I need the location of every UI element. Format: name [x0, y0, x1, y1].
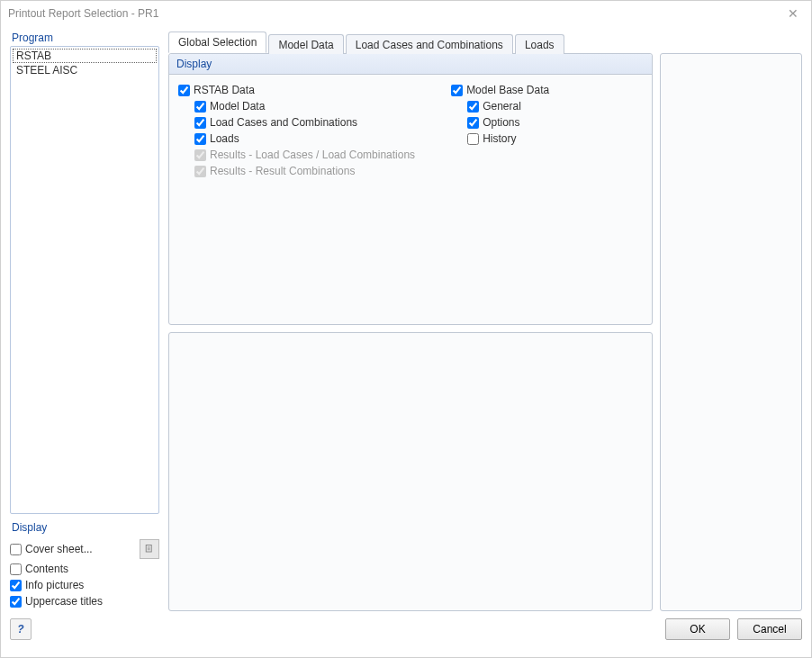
tab-model-data[interactable]: Model Data	[268, 34, 343, 54]
model-data-label: Model Data	[210, 100, 265, 113]
results-lc-checkbox	[194, 149, 206, 161]
uppercase-titles-row: Uppercase titles	[10, 593, 159, 609]
results-lc-label: Results - Load Cases / Load Combinations	[210, 149, 415, 161]
loads-label: Loads	[210, 132, 239, 145]
model-base-data-row: Model Base Data	[451, 82, 549, 98]
lcc-label: Load Cases and Combinations	[210, 116, 357, 129]
tab-strip: Global Selection Model Data Load Cases a…	[168, 32, 802, 53]
model-data-checkbox[interactable]	[194, 101, 206, 113]
info-pictures-checkbox[interactable]	[10, 580, 22, 591]
cover-sheet-label: Cover sheet...	[25, 543, 93, 555]
model-base-data-label: Model Base Data	[466, 84, 549, 96]
help-button[interactable]: ?	[10, 618, 32, 640]
cover-sheet-checkbox[interactable]	[10, 544, 22, 555]
cover-sheet-edit-button[interactable]	[140, 539, 159, 559]
tab-loads[interactable]: Loads	[515, 34, 564, 54]
cancel-button[interactable]: Cancel	[737, 618, 802, 640]
model-base-data-checkbox[interactable]	[451, 85, 463, 96]
history-label: History	[483, 132, 516, 145]
results-lc-row: Results - Load Cases / Load Combinations	[178, 147, 415, 163]
lcc-row: Load Cases and Combinations	[178, 114, 415, 131]
program-item-steel-aisc[interactable]: STEEL AISC	[13, 63, 157, 77]
history-row: History	[451, 131, 549, 147]
general-row: General	[451, 98, 549, 114]
side-panel	[660, 53, 802, 611]
footer: ? OK Cancel	[1, 611, 811, 647]
info-pictures-label: Info pictures	[25, 579, 84, 591]
lcc-checkbox[interactable]	[194, 117, 206, 129]
program-list[interactable]: RSTAB STEEL AISC	[10, 46, 159, 514]
program-item-rstab[interactable]: RSTAB	[13, 49, 157, 63]
results-rc-row: Results - Result Combinations	[178, 163, 415, 179]
tab-global-selection[interactable]: Global Selection	[168, 32, 266, 53]
info-pictures-row: Info pictures	[10, 577, 159, 593]
title-bar: Printout Report Selection - PR1 ✕	[1, 1, 811, 26]
tab-load-cases[interactable]: Load Cases and Combinations	[346, 34, 513, 54]
display-panel: Display RSTAB Data Model Data	[168, 53, 653, 325]
ok-button[interactable]: OK	[665, 618, 730, 640]
rstab-data-checkbox[interactable]	[178, 85, 190, 96]
options-row: Options	[451, 114, 549, 131]
page-icon	[144, 544, 155, 554]
uppercase-titles-label: Uppercase titles	[25, 595, 103, 608]
rstab-data-row: RSTAB Data	[178, 82, 415, 98]
options-label: Options	[483, 116, 519, 129]
history-checkbox[interactable]	[467, 133, 479, 145]
contents-label: Contents	[25, 563, 68, 575]
cover-sheet-row: Cover sheet...	[10, 537, 159, 561]
options-checkbox[interactable]	[467, 117, 479, 129]
window-title: Printout Report Selection - PR1	[8, 7, 158, 20]
model-data-row: Model Data	[178, 98, 415, 114]
loads-row: Loads	[178, 131, 415, 147]
left-display-label: Display	[10, 521, 159, 536]
lower-panel	[168, 332, 653, 611]
results-rc-checkbox	[194, 166, 206, 177]
close-icon[interactable]: ✕	[782, 5, 804, 23]
results-rc-label: Results - Result Combinations	[210, 165, 355, 177]
display-panel-header: Display	[169, 54, 652, 75]
loads-checkbox[interactable]	[194, 133, 206, 145]
help-icon: ?	[17, 623, 23, 635]
contents-checkbox[interactable]	[10, 563, 22, 575]
rstab-data-label: RSTAB Data	[194, 84, 255, 96]
general-checkbox[interactable]	[467, 101, 479, 113]
contents-row: Contents	[10, 561, 159, 577]
general-label: General	[483, 100, 521, 113]
program-group-label: Program	[10, 32, 159, 46]
uppercase-titles-checkbox[interactable]	[10, 596, 22, 608]
